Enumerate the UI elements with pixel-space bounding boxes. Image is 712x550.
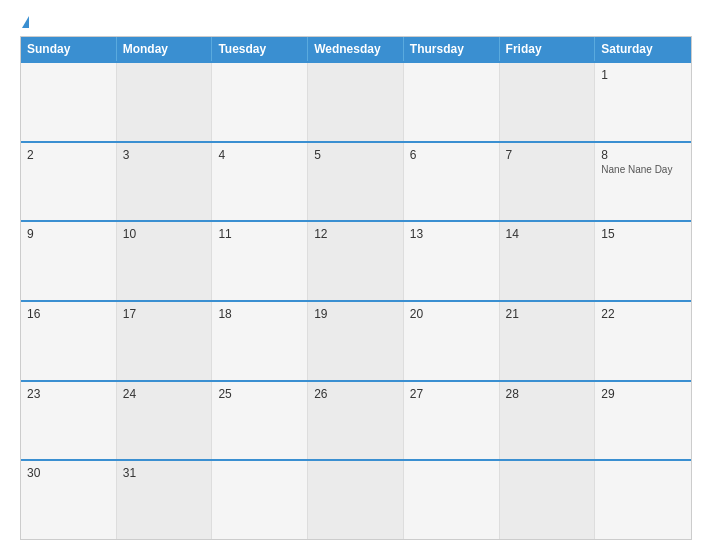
day-number: 21 [506,307,589,321]
calendar-day-cell: 14 [500,222,596,300]
calendar-day-cell: 25 [212,382,308,460]
calendar-day-cell: 19 [308,302,404,380]
day-number: 13 [410,227,493,241]
calendar-week-row: 9101112131415 [21,220,691,300]
calendar-day-cell [21,63,117,141]
calendar-week-row: 23242526272829 [21,380,691,460]
logo-triangle-icon [22,16,29,28]
calendar-week-row: 1 [21,61,691,141]
day-number: 9 [27,227,110,241]
day-number: 14 [506,227,589,241]
calendar-day-cell: 18 [212,302,308,380]
calendar-day-cell: 7 [500,143,596,221]
calendar-day-cell: 2 [21,143,117,221]
calendar-header-cell: Saturday [595,37,691,61]
day-number: 3 [123,148,206,162]
day-number: 25 [218,387,301,401]
day-number: 11 [218,227,301,241]
calendar-day-cell: 6 [404,143,500,221]
day-number: 23 [27,387,110,401]
calendar-header-cell: Tuesday [212,37,308,61]
calendar-day-cell [404,461,500,539]
day-number: 15 [601,227,685,241]
day-number: 27 [410,387,493,401]
day-number: 1 [601,68,685,82]
day-number: 16 [27,307,110,321]
calendar-day-cell [595,461,691,539]
calendar-day-cell [404,63,500,141]
calendar-header-cell: Friday [500,37,596,61]
day-number: 12 [314,227,397,241]
day-number: 5 [314,148,397,162]
calendar-day-cell: 8Nane Nane Day [595,143,691,221]
day-number: 2 [27,148,110,162]
calendar-day-cell: 4 [212,143,308,221]
calendar-day-cell [500,461,596,539]
calendar-week-row: 2345678Nane Nane Day [21,141,691,221]
calendar-day-cell: 12 [308,222,404,300]
calendar-day-cell: 15 [595,222,691,300]
calendar-header: SundayMondayTuesdayWednesdayThursdayFrid… [21,37,691,61]
calendar-day-cell: 22 [595,302,691,380]
calendar-day-cell: 9 [21,222,117,300]
day-number: 6 [410,148,493,162]
day-number: 22 [601,307,685,321]
day-number: 18 [218,307,301,321]
calendar-day-cell: 26 [308,382,404,460]
day-number: 29 [601,387,685,401]
calendar-day-cell: 28 [500,382,596,460]
day-number: 31 [123,466,206,480]
calendar-day-cell: 5 [308,143,404,221]
day-number: 19 [314,307,397,321]
day-number: 4 [218,148,301,162]
day-number: 7 [506,148,589,162]
calendar-day-cell: 24 [117,382,213,460]
calendar-day-cell [308,63,404,141]
calendar-day-cell: 20 [404,302,500,380]
calendar-day-cell [308,461,404,539]
day-number: 30 [27,466,110,480]
calendar-week-row: 16171819202122 [21,300,691,380]
page-header [20,16,692,28]
day-number: 8 [601,148,685,162]
calendar-day-cell: 1 [595,63,691,141]
event-label: Nane Nane Day [601,164,685,175]
day-number: 24 [123,387,206,401]
day-number: 17 [123,307,206,321]
calendar-day-cell: 23 [21,382,117,460]
calendar-body: 12345678Nane Nane Day9101112131415161718… [21,61,691,539]
day-number: 26 [314,387,397,401]
calendar-day-cell: 11 [212,222,308,300]
calendar-week-row: 3031 [21,459,691,539]
calendar-day-cell: 30 [21,461,117,539]
calendar-day-cell [500,63,596,141]
calendar-day-cell: 3 [117,143,213,221]
calendar-header-cell: Wednesday [308,37,404,61]
calendar-day-cell [212,461,308,539]
calendar-day-cell [117,63,213,141]
calendar-day-cell: 16 [21,302,117,380]
calendar-day-cell: 27 [404,382,500,460]
logo [20,16,29,28]
calendar-grid: SundayMondayTuesdayWednesdayThursdayFrid… [20,36,692,540]
calendar-day-cell [212,63,308,141]
day-number: 20 [410,307,493,321]
day-number: 28 [506,387,589,401]
calendar-page: SundayMondayTuesdayWednesdayThursdayFrid… [0,0,712,550]
calendar-day-cell: 29 [595,382,691,460]
calendar-day-cell: 10 [117,222,213,300]
calendar-day-cell: 17 [117,302,213,380]
calendar-header-cell: Thursday [404,37,500,61]
calendar-day-cell: 21 [500,302,596,380]
day-number: 10 [123,227,206,241]
calendar-day-cell: 13 [404,222,500,300]
calendar-day-cell: 31 [117,461,213,539]
calendar-header-cell: Monday [117,37,213,61]
calendar-header-cell: Sunday [21,37,117,61]
